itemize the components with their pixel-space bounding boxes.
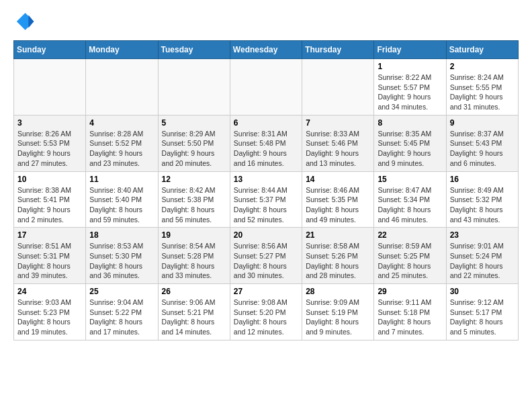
day-info: Sunrise: 8:58 AMSunset: 5:26 PMDaylight:… [306, 241, 370, 281]
day-number: 23 [450, 230, 515, 240]
weekday-sunday: Sunday [14, 41, 86, 59]
day-cell: 7Sunrise: 8:33 AMSunset: 5:46 PMDaylight… [302, 115, 374, 171]
header [13, 11, 519, 32]
day-info: Sunrise: 8:47 AMSunset: 5:34 PMDaylight:… [378, 185, 442, 225]
weekday-friday: Friday [374, 41, 446, 59]
day-number: 24 [17, 287, 82, 296]
day-cell: 26Sunrise: 9:06 AMSunset: 5:21 PMDayligh… [158, 284, 230, 340]
day-cell: 29Sunrise: 9:11 AMSunset: 5:18 PMDayligh… [374, 284, 446, 340]
day-info: Sunrise: 8:28 AMSunset: 5:52 PMDaylight:… [89, 129, 154, 169]
day-cell: 21Sunrise: 8:58 AMSunset: 5:26 PMDayligh… [302, 228, 374, 284]
weekday-thursday: Thursday [302, 41, 374, 59]
day-cell: 30Sunrise: 9:12 AMSunset: 5:17 PMDayligh… [446, 284, 518, 340]
day-number: 12 [162, 175, 226, 184]
day-info: Sunrise: 8:56 AMSunset: 5:27 PMDaylight:… [234, 241, 298, 281]
day-info: Sunrise: 8:42 AMSunset: 5:38 PMDaylight:… [162, 185, 226, 225]
day-number: 26 [162, 287, 226, 296]
weekday-wednesday: Wednesday [230, 41, 302, 59]
day-cell: 5Sunrise: 8:29 AMSunset: 5:50 PMDaylight… [158, 115, 230, 171]
day-number: 20 [234, 230, 298, 240]
day-number: 14 [306, 175, 370, 184]
day-info: Sunrise: 8:49 AMSunset: 5:32 PMDaylight:… [450, 185, 515, 225]
day-cell: 23Sunrise: 9:01 AMSunset: 5:24 PMDayligh… [446, 228, 518, 284]
week-row-1: 1Sunrise: 8:22 AMSunset: 5:57 PMDaylight… [14, 59, 519, 116]
day-info: Sunrise: 8:53 AMSunset: 5:30 PMDaylight:… [89, 241, 154, 281]
day-cell: 10Sunrise: 8:38 AMSunset: 5:41 PMDayligh… [14, 171, 86, 228]
day-cell: 13Sunrise: 8:44 AMSunset: 5:37 PMDayligh… [230, 171, 302, 228]
weekday-saturday: Saturday [446, 41, 518, 59]
day-cell [302, 59, 374, 116]
day-cell: 18Sunrise: 8:53 AMSunset: 5:30 PMDayligh… [86, 228, 158, 284]
day-cell: 1Sunrise: 8:22 AMSunset: 5:57 PMDaylight… [374, 59, 446, 116]
day-info: Sunrise: 8:51 AMSunset: 5:31 PMDaylight:… [17, 241, 82, 281]
day-number: 3 [17, 118, 82, 128]
week-row-2: 3Sunrise: 8:26 AMSunset: 5:53 PMDaylight… [14, 115, 519, 171]
day-number: 8 [378, 118, 442, 128]
day-cell [158, 59, 230, 116]
day-info: Sunrise: 8:26 AMSunset: 5:53 PMDaylight:… [17, 129, 82, 169]
day-number: 27 [234, 287, 298, 296]
day-cell: 8Sunrise: 8:35 AMSunset: 5:45 PMDaylight… [374, 115, 446, 171]
day-info: Sunrise: 9:01 AMSunset: 5:24 PMDaylight:… [450, 241, 515, 281]
day-cell: 28Sunrise: 9:09 AMSunset: 5:19 PMDayligh… [302, 284, 374, 340]
day-cell: 3Sunrise: 8:26 AMSunset: 5:53 PMDaylight… [14, 115, 86, 171]
weekday-monday: Monday [86, 41, 158, 59]
day-number: 9 [450, 118, 515, 128]
day-info: Sunrise: 8:46 AMSunset: 5:35 PMDaylight:… [306, 185, 370, 225]
day-cell: 16Sunrise: 8:49 AMSunset: 5:32 PMDayligh… [446, 171, 518, 228]
day-info: Sunrise: 8:22 AMSunset: 5:57 PMDaylight:… [378, 73, 442, 112]
day-number: 5 [162, 118, 226, 128]
day-number: 29 [378, 287, 442, 296]
day-number: 25 [89, 287, 154, 296]
week-row-4: 17Sunrise: 8:51 AMSunset: 5:31 PMDayligh… [14, 228, 519, 284]
day-info: Sunrise: 8:29 AMSunset: 5:50 PMDaylight:… [162, 129, 226, 169]
day-number: 7 [306, 118, 370, 128]
day-number: 11 [89, 175, 154, 184]
logo-icon [13, 11, 35, 32]
day-cell [230, 59, 302, 116]
day-cell: 24Sunrise: 9:03 AMSunset: 5:23 PMDayligh… [14, 284, 86, 340]
week-row-3: 10Sunrise: 8:38 AMSunset: 5:41 PMDayligh… [14, 171, 519, 228]
page: SundayMondayTuesdayWednesdayThursdayFrid… [0, 0, 532, 351]
day-cell: 6Sunrise: 8:31 AMSunset: 5:48 PMDaylight… [230, 115, 302, 171]
day-cell [14, 59, 86, 116]
week-row-5: 24Sunrise: 9:03 AMSunset: 5:23 PMDayligh… [14, 284, 519, 340]
logo [13, 11, 38, 32]
day-number: 30 [450, 287, 515, 296]
day-info: Sunrise: 8:24 AMSunset: 5:55 PMDaylight:… [450, 73, 515, 112]
day-info: Sunrise: 9:03 AMSunset: 5:23 PMDaylight:… [17, 298, 82, 337]
day-cell: 27Sunrise: 9:08 AMSunset: 5:20 PMDayligh… [230, 284, 302, 340]
day-number: 22 [378, 230, 442, 240]
day-cell: 2Sunrise: 8:24 AMSunset: 5:55 PMDaylight… [446, 59, 518, 116]
day-cell: 15Sunrise: 8:47 AMSunset: 5:34 PMDayligh… [374, 171, 446, 228]
day-info: Sunrise: 9:06 AMSunset: 5:21 PMDaylight:… [162, 298, 226, 337]
day-cell: 14Sunrise: 8:46 AMSunset: 5:35 PMDayligh… [302, 171, 374, 228]
day-cell: 17Sunrise: 8:51 AMSunset: 5:31 PMDayligh… [14, 228, 86, 284]
day-number: 13 [234, 175, 298, 184]
day-number: 18 [89, 230, 154, 240]
day-number: 4 [89, 118, 154, 128]
day-cell: 9Sunrise: 8:37 AMSunset: 5:43 PMDaylight… [446, 115, 518, 171]
day-info: Sunrise: 9:12 AMSunset: 5:17 PMDaylight:… [450, 298, 515, 337]
day-info: Sunrise: 8:54 AMSunset: 5:28 PMDaylight:… [162, 241, 226, 281]
day-cell [86, 59, 158, 116]
day-number: 16 [450, 175, 515, 184]
calendar: SundayMondayTuesdayWednesdayThursdayFrid… [13, 40, 519, 340]
day-info: Sunrise: 8:40 AMSunset: 5:40 PMDaylight:… [89, 185, 154, 225]
day-info: Sunrise: 8:38 AMSunset: 5:41 PMDaylight:… [17, 185, 82, 225]
day-info: Sunrise: 8:35 AMSunset: 5:45 PMDaylight:… [378, 129, 442, 169]
day-number: 1 [378, 62, 442, 71]
day-number: 17 [17, 230, 82, 240]
day-cell: 19Sunrise: 8:54 AMSunset: 5:28 PMDayligh… [158, 228, 230, 284]
day-info: Sunrise: 9:09 AMSunset: 5:19 PMDaylight:… [306, 298, 370, 337]
day-info: Sunrise: 9:08 AMSunset: 5:20 PMDaylight:… [234, 298, 298, 337]
day-info: Sunrise: 8:44 AMSunset: 5:37 PMDaylight:… [234, 185, 298, 225]
day-info: Sunrise: 8:33 AMSunset: 5:46 PMDaylight:… [306, 129, 370, 169]
day-cell: 25Sunrise: 9:04 AMSunset: 5:22 PMDayligh… [86, 284, 158, 340]
day-cell: 20Sunrise: 8:56 AMSunset: 5:27 PMDayligh… [230, 228, 302, 284]
svg-marker-1 [28, 15, 34, 28]
day-number: 21 [306, 230, 370, 240]
day-info: Sunrise: 8:37 AMSunset: 5:43 PMDaylight:… [450, 129, 515, 169]
day-info: Sunrise: 8:31 AMSunset: 5:48 PMDaylight:… [234, 129, 298, 169]
day-number: 6 [234, 118, 298, 128]
